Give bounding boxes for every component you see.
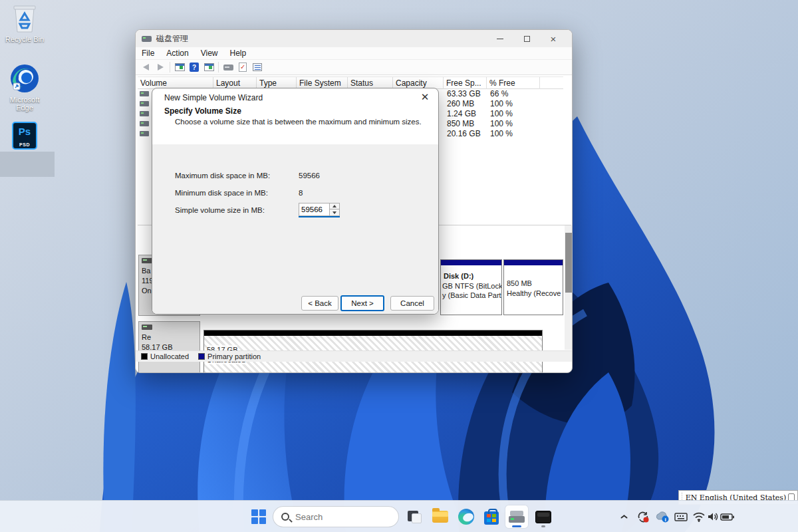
recycle-bin-shortcut[interactable]: Recycle Bin	[0, 4, 49, 43]
free-space-cell: 260 MB	[447, 99, 474, 108]
volume-size-input[interactable]	[299, 203, 329, 216]
max-space-label: Maximum disk space in MB:	[175, 172, 270, 180]
partition-recovery[interactable]: 850 MB Healthy (Recove	[503, 259, 563, 315]
maximize-icon	[524, 36, 530, 42]
back-button[interactable]: < Back	[301, 296, 338, 311]
cancel-button[interactable]: Cancel	[390, 296, 434, 311]
min-space-value: 8	[299, 189, 303, 197]
free-space-cell: 63.33 GB	[447, 89, 481, 98]
close-icon: ✕	[421, 91, 430, 102]
pct-free-cell: 66 %	[490, 89, 508, 98]
scrollbar-thumb[interactable]	[565, 233, 572, 293]
min-space-label: Minimum disk space in MB:	[175, 189, 268, 197]
chevron-down-icon	[332, 211, 336, 214]
close-icon: ×	[551, 34, 557, 44]
titlebar[interactable]: 磁盘管理 ×	[136, 30, 572, 47]
new-simple-volume-wizard: New Simple Volume Wizard ✕ Specify Volum…	[152, 88, 439, 315]
search-icon	[281, 513, 289, 521]
disk-management-app-icon	[142, 35, 152, 43]
help-button[interactable]: ?	[187, 61, 201, 74]
disk1-info[interactable]: Re 58.17 GB Online	[138, 321, 200, 373]
psd-file-icon: Ps PSD	[12, 122, 37, 150]
task-view-button[interactable]	[403, 505, 426, 528]
edge-shortcut[interactable]: Microsoft Edge	[0, 63, 49, 112]
wizard-title: New Simple Volume Wizard	[164, 93, 263, 102]
partition-d[interactable]: Disk (D:) GB NTFS (BitLocker y (Basic Da…	[440, 259, 502, 315]
console-tree-icon	[175, 63, 185, 71]
forward-button[interactable]	[153, 61, 168, 74]
edge-icon	[9, 63, 40, 94]
psd-file-shortcut[interactable]: Ps PSD	[0, 122, 49, 150]
pct-free-cell: 100 %	[490, 129, 513, 138]
unallocated-swatch	[141, 353, 148, 360]
close-button[interactable]: ×	[540, 30, 567, 47]
chevron-up-icon	[332, 205, 336, 207]
menu-file[interactable]: File	[136, 49, 160, 58]
touch-keyboard-icon[interactable]	[674, 510, 688, 523]
maximize-button[interactable]	[513, 30, 540, 47]
column-pct-free[interactable]: % Free	[487, 77, 540, 90]
back-button[interactable]	[138, 61, 153, 74]
volume-icon	[140, 111, 149, 116]
search-input[interactable]	[295, 512, 399, 522]
battery-icon[interactable]	[720, 510, 735, 523]
running-indicator	[541, 525, 545, 527]
terminal-icon	[535, 511, 551, 523]
volume-icon	[140, 91, 149, 96]
primary-partition-bar	[504, 260, 563, 265]
device-button[interactable]	[221, 61, 235, 74]
primary-partition-bar	[441, 260, 501, 265]
spinner-down-button[interactable]	[329, 209, 340, 216]
menu-view[interactable]: View	[195, 49, 224, 58]
legend-unallocated-label: Unallocated	[150, 352, 189, 360]
disk-management-taskbar-button[interactable]	[505, 505, 528, 528]
properties-list-icon	[253, 63, 262, 71]
running-indicator	[512, 525, 521, 527]
terminal-button[interactable]	[532, 505, 555, 528]
volume-icon[interactable]	[706, 510, 720, 523]
help-icon: ?	[190, 63, 199, 72]
action-pane-button[interactable]	[201, 61, 216, 74]
properties-button[interactable]	[250, 61, 265, 74]
menu-action[interactable]: Action	[160, 49, 194, 58]
max-space-value: 59566	[299, 172, 320, 180]
volume-icon	[140, 101, 149, 106]
taskbar: i	[0, 500, 798, 532]
tray-overflow-button[interactable]	[614, 505, 633, 528]
commit-button[interactable]	[235, 61, 250, 74]
wizard-heading: Specify Volume Size	[164, 106, 241, 116]
menu-help[interactable]: Help	[224, 49, 253, 58]
legend: Unallocated Primary partition	[136, 350, 572, 362]
wizard-close-button[interactable]: ✕	[417, 90, 433, 104]
column-free-space[interactable]: Free Sp...	[444, 77, 487, 90]
pct-free-cell: 100 %	[490, 99, 513, 108]
console-tree-button[interactable]	[172, 61, 187, 74]
disk-icon	[142, 325, 152, 330]
store-button[interactable]	[480, 505, 503, 528]
device-icon	[223, 65, 233, 70]
recycle-bin-label: Recycle Bin	[0, 35, 49, 43]
onedrive-cloud-icon[interactable]: i	[654, 510, 670, 523]
next-button[interactable]: Next >	[340, 295, 384, 311]
scrollbar[interactable]	[565, 225, 573, 350]
pct-free-cell: 100 %	[490, 119, 513, 128]
disk-management-icon	[509, 511, 525, 523]
wifi-icon[interactable]	[692, 510, 706, 523]
start-icon	[251, 509, 266, 524]
edge-button[interactable]	[455, 505, 477, 528]
free-space-cell: 850 MB	[447, 119, 474, 128]
file-explorer-icon	[432, 511, 448, 523]
start-button[interactable]	[247, 505, 270, 528]
file-explorer-button[interactable]	[429, 505, 452, 528]
svg-text:i: i	[664, 517, 666, 523]
edge-label: Microsoft Edge	[5, 96, 45, 112]
search-box[interactable]	[273, 506, 399, 527]
minimize-button[interactable]	[487, 30, 513, 47]
spinner-up-button[interactable]	[329, 203, 340, 209]
sync-alert-icon[interactable]	[636, 510, 650, 523]
back-icon	[143, 64, 149, 70]
pct-free-cell: 100 %	[490, 109, 513, 118]
volume-icon	[140, 131, 149, 136]
recycle-bin-icon	[11, 4, 38, 33]
toolbar-separator	[218, 62, 219, 72]
